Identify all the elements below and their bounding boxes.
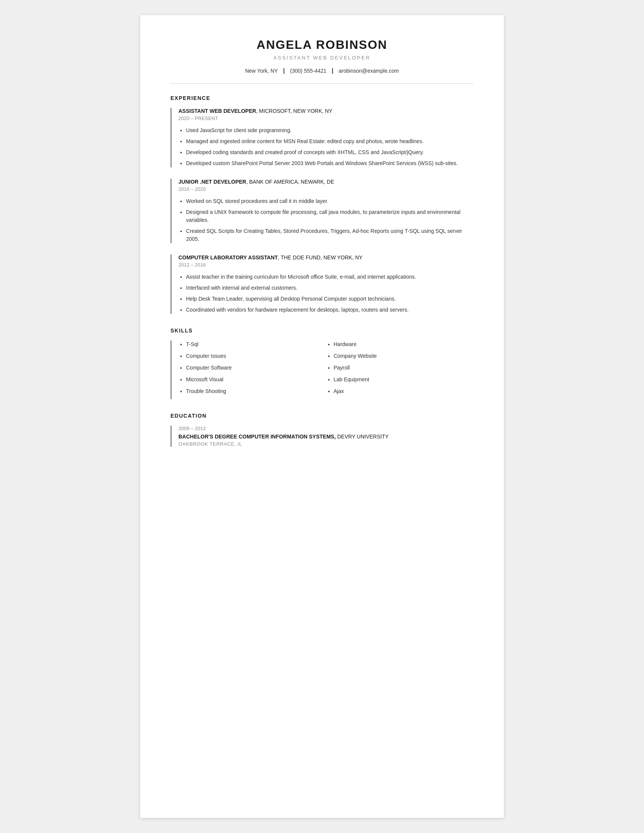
experience-section: EXPERIENCE ASSISTANT WEB DEVELOPER, MICR… — [171, 95, 473, 314]
bullet-3-4: Coordinated with vendors for hardware re… — [186, 306, 473, 314]
skills-columns: T-Sql Computer Issues Computer Software … — [179, 340, 473, 399]
bullet-1-1: Used JavaScript for client side programm… — [186, 127, 473, 134]
skill-5: Trouble Shooting — [186, 388, 326, 395]
resume-container: ANGELA ROBINSON ASSISTANT WEB DEVELOPER … — [140, 15, 504, 818]
contact-email: arobinson@example.com — [339, 68, 399, 74]
separator-1: | — [283, 68, 285, 74]
job-title-bold-2: JUNIOR .NET DEVELOPER — [179, 179, 246, 185]
edu-degree-1: BACHELOR'S DEGREE COMPUTER INFORMATION S… — [179, 434, 473, 440]
experience-section-title: EXPERIENCE — [171, 95, 473, 101]
bullet-2-1: Worked on SQL stored procedures and call… — [186, 197, 473, 205]
skill-7: Company Website — [334, 352, 474, 360]
header-contact: New York, NY | (300) 555-4421 | arobinso… — [171, 68, 473, 74]
edu-location-1: OAKBROOK TERRACE, IL — [179, 441, 473, 447]
skills-column-2: Hardware Company Website Payroll Lab Equ… — [326, 340, 474, 399]
bullet-1-3: Developed coding standards and created p… — [186, 148, 473, 156]
bullet-1-2: Managed and ingested online content for … — [186, 137, 473, 145]
skill-9: Lab Equipment — [334, 376, 474, 384]
job-dates-2: 2016 – 2020 — [179, 186, 473, 192]
education-section: EDUCATION 2009 – 2012 BACHELOR'S DEGREE … — [171, 413, 473, 447]
header: ANGELA ROBINSON ASSISTANT WEB DEVELOPER … — [171, 38, 473, 74]
skill-4: Microsoft Visual — [186, 376, 326, 384]
skills-container: T-Sql Computer Issues Computer Software … — [171, 340, 473, 399]
edu-dates-1: 2009 – 2012 — [179, 426, 473, 431]
skill-2: Computer Issues — [186, 352, 326, 360]
job-title-3: COMPUTER LABORATORY ASSISTANT, THE DOE F… — [179, 254, 473, 261]
separator-2: | — [332, 68, 333, 74]
skill-8: Payroll — [334, 364, 474, 372]
job-title-2: JUNIOR .NET DEVELOPER, BANK OF AMERICA, … — [179, 179, 473, 185]
header-name: ANGELA ROBINSON — [171, 38, 473, 52]
experience-entry-3: COMPUTER LABORATORY ASSISTANT, THE DOE F… — [171, 254, 473, 314]
job-title-bold-1: ASSISTANT WEB DEVELOPER — [179, 108, 256, 114]
job-dates-1: 2020 – PRESENT — [179, 116, 473, 121]
contact-location: New York, NY — [245, 68, 278, 74]
header-title: ASSISTANT WEB DEVELOPER — [171, 55, 473, 61]
job-title-bold-3: COMPUTER LABORATORY ASSISTANT — [179, 254, 278, 261]
skills-column-1: T-Sql Computer Issues Computer Software … — [179, 340, 326, 399]
skill-3: Computer Software — [186, 364, 326, 372]
header-divider — [171, 83, 473, 84]
contact-phone: (300) 555-4421 — [290, 68, 327, 74]
job-company-3: , THE DOE FUND, NEW YORK, NY — [278, 254, 362, 261]
education-entry-1: 2009 – 2012 BACHELOR'S DEGREE COMPUTER I… — [171, 426, 473, 447]
skill-6: Hardware — [334, 340, 474, 348]
job-bullets-1: Used JavaScript for client side programm… — [179, 127, 473, 167]
bullet-2-2: Designed a UNIX framework to compute fil… — [186, 208, 473, 224]
job-bullets-2: Worked on SQL stored procedures and call… — [179, 197, 473, 243]
experience-entry-2: JUNIOR .NET DEVELOPER, BANK OF AMERICA, … — [171, 179, 473, 243]
bullet-3-3: Help Desk Team Leader, supervising all D… — [186, 295, 473, 303]
skill-10: Ajax — [334, 388, 474, 395]
edu-degree-bold-1: BACHELOR'S DEGREE COMPUTER INFORMATION S… — [179, 434, 336, 440]
job-bullets-3: Assist teacher in the training curriculu… — [179, 273, 473, 314]
job-company-1: , MICROSOFT, NEW YORK, NY — [256, 108, 332, 114]
job-company-2: , BANK OF AMERICA, NEWARK, DE — [246, 179, 334, 185]
job-title-1: ASSISTANT WEB DEVELOPER, MICROSOFT, NEW … — [179, 108, 473, 114]
experience-entry-1: ASSISTANT WEB DEVELOPER, MICROSOFT, NEW … — [171, 108, 473, 167]
skill-1: T-Sql — [186, 340, 326, 348]
bullet-1-4: Developed custom SharePoint Portal Serve… — [186, 159, 473, 167]
bullet-2-3: Created SQL Scripts for Creating Tables,… — [186, 227, 473, 243]
job-dates-3: 2012 – 2016 — [179, 262, 473, 268]
bullet-3-1: Assist teacher in the training curriculu… — [186, 273, 473, 281]
education-section-title: EDUCATION — [171, 413, 473, 419]
bullet-3-2: Interfaced with internal and external cu… — [186, 284, 473, 292]
edu-school-1: DEVRY UNIVERSITY — [336, 434, 389, 440]
skills-section: SKILLS T-Sql Computer Issues Computer So… — [171, 328, 473, 399]
skills-section-title: SKILLS — [171, 328, 473, 334]
